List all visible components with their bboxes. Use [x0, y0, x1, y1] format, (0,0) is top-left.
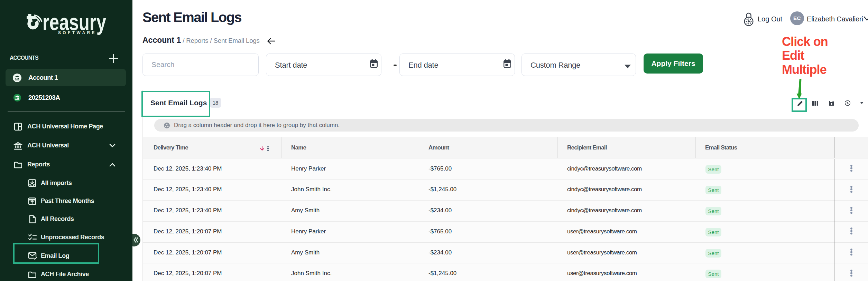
svg-text:SOFTWARE: SOFTWARE	[58, 30, 97, 35]
